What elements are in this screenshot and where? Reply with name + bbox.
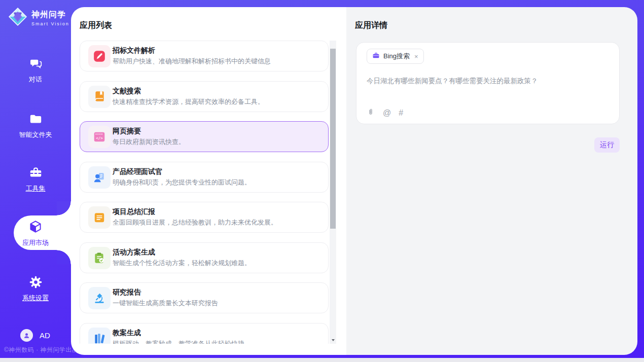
book-icon xyxy=(88,86,111,108)
app-card-title: 网页摘要 xyxy=(113,127,141,136)
prompt-input[interactable]: 今日湖北有哪些新闻要点？有哪些需要关注的最新政策？ xyxy=(367,76,611,86)
app-card-bid-parsing[interactable]: 招标文件解析 帮助用户快速、准确地理解和解析招标书中的关键信息 xyxy=(80,41,329,71)
app-card-literature-search[interactable]: 文献搜索 快速精准查找学术资源，提高研究效率的必备工具。 xyxy=(80,81,329,112)
app-card-title: 活动方案生成 xyxy=(113,248,155,257)
app-detail-title: 应用详情 xyxy=(355,20,387,31)
sidebar-item-toolset[interactable]: 工具集 xyxy=(0,166,71,193)
sidebar-item-label: 智能文件夹 xyxy=(0,130,71,139)
active-bubble-corner xyxy=(57,201,71,215)
report-icon xyxy=(88,206,111,229)
app-card-desc: 智能生成个性化活动方案，轻松解决规划难题。 xyxy=(113,259,251,268)
avatar xyxy=(20,329,33,342)
prompt-card: Bing搜索 × 今日湖北有哪些新闻要点？有哪些需要关注的最新政策？ @ # xyxy=(356,42,620,124)
app-card-web-summary[interactable]: </> 网页摘要 每日政府新闻资讯快查。 xyxy=(80,121,329,152)
app-list-panel: 应用列表 招标文件解析 帮助用户快速、准确地理解和解析招标书中的关键信息 xyxy=(71,7,346,355)
sidebar-item-smart-folder[interactable]: 智能文件夹 xyxy=(0,112,71,139)
books-icon xyxy=(88,328,111,344)
sidebar-item-label: 工具集 xyxy=(0,184,71,193)
sidebar-item-label: 应用市场 xyxy=(0,238,71,247)
browser-code-icon: </> xyxy=(88,126,111,148)
brand-name: 神州问学 xyxy=(31,10,69,20)
app-card-lesson-plan[interactable]: 教案生成 模板驱动，教案秒成，教学准备从此轻松快捷 xyxy=(80,323,329,344)
app-card-desc: 帮助用户快速、准确地理解和解析招标书中的关键信息 xyxy=(113,57,271,66)
scrollbar-thumb[interactable] xyxy=(330,49,336,229)
sidebar-item-app-market[interactable]: 应用市场 xyxy=(0,220,71,247)
briefcase-icon xyxy=(372,52,380,61)
app-card-desc: 模板驱动，教案秒成，教学准备从此轻松快捷 xyxy=(113,339,244,344)
app-card-research-report[interactable]: 研究报告 一键智能生成高质量长文本研究报告 xyxy=(80,282,329,313)
app-card-title: 文献搜索 xyxy=(113,87,141,96)
app-card-desc: 明确身份和职责，为您提供专业性的面试问题。 xyxy=(113,178,251,187)
scroll-up-icon[interactable] xyxy=(330,41,336,48)
app-list-scrollbar[interactable] xyxy=(330,41,336,344)
folder-icon xyxy=(0,112,71,128)
svg-text:</>: </> xyxy=(96,136,103,140)
app-card-pm-interviewer[interactable]: 产品经理面试官 明确身份和职责，为您提供专业性的面试问题。 xyxy=(80,162,329,193)
sidebar-item-settings[interactable]: 系统设置 xyxy=(0,275,71,303)
app-card-title: 项目总结汇报 xyxy=(113,207,155,216)
main-content: 应用列表 招标文件解析 帮助用户快速、准确地理解和解析招标书中的关键信息 xyxy=(71,7,637,355)
app-card-event-plan[interactable]: 活动方案生成 智能生成个性化活动方案，轻松解决规划难题。 xyxy=(80,242,329,273)
mention-icon[interactable]: @ xyxy=(383,108,391,118)
app-card-title: 招标文件解析 xyxy=(113,46,155,55)
active-bubble-corner xyxy=(57,250,71,264)
app-card-title: 研究报告 xyxy=(113,288,141,297)
run-button[interactable]: 运行 xyxy=(594,137,620,153)
sidebar-item-chat[interactable]: 对话 xyxy=(0,57,71,84)
app-card-desc: 快速精准查找学术资源，提高研究效率的必备工具。 xyxy=(113,97,264,106)
interviewer-icon xyxy=(88,166,111,189)
edit-square-icon xyxy=(88,45,111,67)
app-card-project-summary[interactable]: 项目总结汇报 全面回顾项目进展，总结经验教训，助力未来优化发展。 xyxy=(80,202,329,233)
copyright-footer: ©神州数码 · 神州问学出品 xyxy=(4,346,79,354)
scroll-down-icon[interactable] xyxy=(330,337,336,344)
user-initials: AD xyxy=(40,331,50,340)
user-account[interactable]: AD xyxy=(20,329,50,342)
hash-icon[interactable]: # xyxy=(399,108,403,118)
chat-icon xyxy=(0,57,71,73)
app-list-title: 应用列表 xyxy=(80,20,112,31)
attachment-toolbar: @ # xyxy=(366,107,403,119)
toolbox-icon xyxy=(0,166,71,182)
app-card-title: 产品经理面试官 xyxy=(113,167,162,176)
tool-tag-bing-search[interactable]: Bing搜索 × xyxy=(367,49,424,64)
gear-icon xyxy=(0,275,71,291)
tool-tag-label: Bing搜索 xyxy=(383,52,410,61)
sidebar-item-label: 系统设置 xyxy=(0,294,71,303)
app-card-desc: 每日政府新闻资讯快查。 xyxy=(113,137,185,147)
app-list-scroll-area: 招标文件解析 帮助用户快速、准确地理解和解析招标书中的关键信息 文献搜索 快速精… xyxy=(80,41,329,344)
sidebar-item-label: 对话 xyxy=(0,75,71,84)
app-detail-panel: 应用详情 Bing搜索 × 今日湖北有哪些新闻要点？有哪些需要关注的最新政策？ xyxy=(346,7,637,355)
brand-logo: 神州问学 Smart Vision xyxy=(8,7,69,28)
gem-logo-icon xyxy=(8,7,27,28)
close-icon[interactable]: × xyxy=(414,53,418,60)
clipboard-check-icon xyxy=(88,247,111,269)
cube-icon xyxy=(0,220,71,236)
app-card-desc: 一键智能生成高质量长文本研究报告 xyxy=(113,299,218,308)
brand-subtitle: Smart Vision xyxy=(31,21,69,26)
app-card-desc: 全面回顾项目进展，总结经验教训，助力未来优化发展。 xyxy=(113,218,277,227)
microscope-icon xyxy=(88,287,111,309)
sidebar: 神州问学 Smart Vision 对话 智能文件夹 xyxy=(0,0,71,358)
paperclip-icon[interactable] xyxy=(366,107,375,119)
app-card-title: 教案生成 xyxy=(113,329,141,338)
